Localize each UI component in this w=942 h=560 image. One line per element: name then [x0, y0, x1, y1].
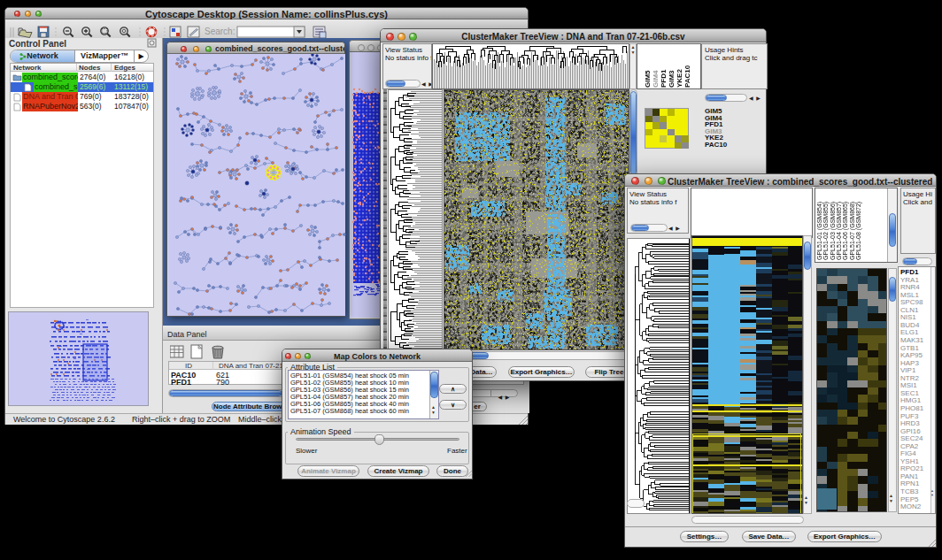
svg-text:Search:: Search:: [205, 27, 235, 36]
